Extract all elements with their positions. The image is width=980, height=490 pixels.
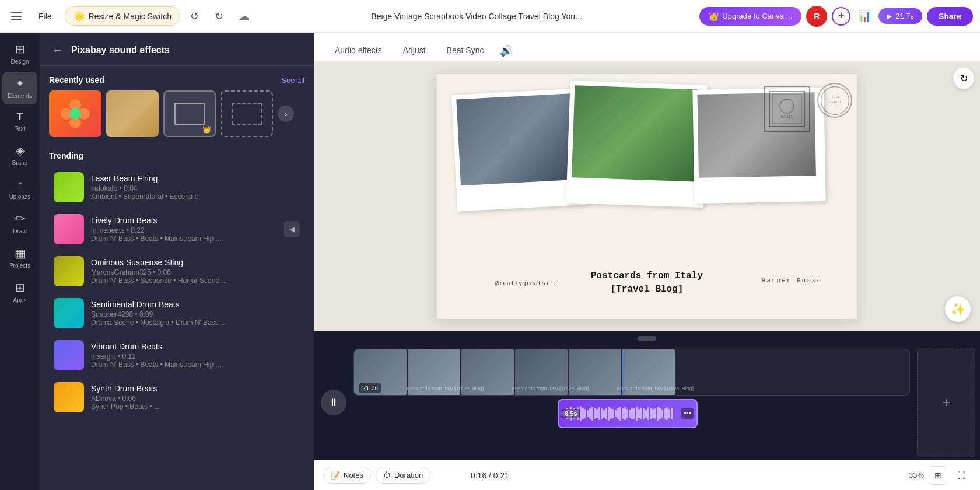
panel-back-button[interactable]: ← (49, 42, 65, 58)
thumbnail-dashed[interactable] (220, 90, 273, 137)
magic-assistant-button[interactable]: ✨ (945, 296, 971, 322)
canvas-title-line1: Postcards from Italy (591, 270, 703, 282)
add-collaborator-button[interactable]: + (832, 7, 850, 26)
volume-icon[interactable]: 🔊 (500, 44, 513, 57)
sound-item-vibrant[interactable]: Vibrant Drum Beats msergiu • 0:12 Drum N… (49, 334, 304, 376)
sound-meta: ADnova • 0:06 (91, 394, 300, 402)
sound-effects-panel: ← Pixabay sound effects Recently used Se… (40, 33, 314, 490)
user-avatar-button[interactable]: R (806, 6, 827, 27)
sound-item-ominous[interactable]: Ominous Suspense Sting MarcusGraham325 •… (49, 250, 304, 292)
time-display: 0:16 / 0:21 (471, 471, 509, 480)
track-label-3: Postcards from Italy [Travel Blog] (617, 386, 694, 391)
video-track[interactable]: 21.7s Postcards from Italy [Travel Blog]… (354, 349, 910, 396)
audio-more-button[interactable]: ••• (681, 408, 694, 419)
view-toggle-button[interactable]: ⊞ (929, 466, 947, 485)
thumbnail-texture[interactable] (106, 90, 159, 137)
play-time-button[interactable]: ▶ 21.7s (878, 8, 922, 24)
menu-icon[interactable] (7, 7, 26, 26)
upgrade-button[interactable]: 👑 Upgrade to Canva ... (699, 7, 802, 26)
recently-used-section: Recently used See all (40, 66, 314, 146)
svg-point-4 (69, 108, 81, 120)
notes-label: Notes (344, 471, 363, 480)
undo-button[interactable]: ↺ (185, 6, 205, 26)
zoom-controls: 33% (909, 471, 924, 480)
redo-button[interactable]: ↻ (209, 6, 229, 26)
tab-adjust[interactable]: Adjust (394, 40, 435, 62)
canvas-content: ↻ (314, 62, 980, 331)
sound-tags: Ambient • Supernatural • Eccentric (91, 192, 300, 201)
svg-point-7 (780, 99, 794, 113)
thumbnail-rect[interactable]: 👑 (163, 90, 216, 137)
sound-tags: Drum N' Bass • Beats • Mainstream Hip ..… (91, 360, 300, 369)
resize-magic-label: Resize & Magic Switch (89, 12, 172, 21)
duration-icon: ⏱ (383, 471, 391, 480)
elements-icon: ✦ (15, 76, 25, 90)
play-icon: ▶ (887, 12, 892, 20)
timeline-collapse-bar[interactable] (314, 331, 980, 345)
sidebar-item-label: Apps (13, 297, 27, 303)
sound-thumbnail-synth (54, 382, 84, 412)
sound-info-ominous: Ominous Suspense Sting MarcusGraham325 •… (91, 258, 300, 285)
add-scene-button[interactable]: + (917, 348, 975, 457)
trending-section: Trending Laser Beam Firing kafokafo • 0:… (40, 146, 314, 490)
sound-name: Laser Beam Firing (91, 174, 300, 183)
sidebar-item-design[interactable]: ⊞ Design (2, 37, 37, 69)
bottom-right: 33% ⊞ ⛶ (909, 466, 971, 485)
play-pause-button[interactable]: ⏸ (321, 390, 346, 415)
apps-icon: ⊞ (15, 281, 25, 295)
sidebar-item-projects[interactable]: ▦ Projects (2, 242, 37, 274)
sound-info-laser: Laser Beam Firing kafokafo • 0:04 Ambien… (91, 174, 300, 201)
top-bar: File 🌟 Resize & Magic Switch ↺ ↻ ☁ Beige… (0, 0, 980, 33)
hide-panel-button[interactable]: ◀ (284, 221, 300, 237)
sound-name: Ominous Suspense Sting (91, 258, 300, 267)
brand-icon: ◈ (16, 144, 24, 158)
add-scene-plus-icon: + (942, 394, 950, 411)
sidebar-item-text[interactable]: T Text (2, 106, 37, 136)
canvas-author: Harper Russo (762, 277, 822, 284)
svg-text:TRAVEL: TRAVEL (828, 100, 842, 104)
notes-button[interactable]: 📝 Notes (323, 467, 371, 484)
thumbnail-flower[interactable] (49, 90, 102, 137)
analytics-icon[interactable]: 📊 (855, 7, 874, 26)
sound-item-synth[interactable]: Synth Drum Beats ADnova • 0:06 Synth Pop… (49, 376, 304, 418)
sound-item-lively[interactable]: Lively Drum Beats inlinebeats • 0:22 Dru… (49, 208, 304, 250)
sidebar-item-elements[interactable]: ✦ Elements (2, 72, 37, 104)
icon-sidebar: ⊞ Design ✦ Elements T Text ◈ Brand ↑ Upl… (0, 33, 40, 490)
sidebar-item-brand[interactable]: ◈ Brand (2, 139, 37, 171)
see-all-button[interactable]: See all (281, 76, 304, 85)
document-title: Beige Vintage Scrapbook Video Collage Tr… (258, 12, 695, 21)
sound-meta: kafokafo • 0:04 (91, 184, 300, 192)
thumbnails-row: 👑 › (49, 90, 304, 142)
audio-duration-badge: 8.5s (561, 409, 580, 418)
tab-audio-effects[interactable]: Audio effects (326, 40, 391, 62)
sound-item-laser[interactable]: Laser Beam Firing kafokafo • 0:04 Ambien… (49, 166, 304, 208)
fullscreen-button[interactable]: ⛶ (952, 466, 971, 485)
share-button[interactable]: Share (927, 7, 973, 26)
thumbnails-next-button[interactable]: › (278, 106, 294, 122)
sound-meta: MarcusGraham325 • 0:06 (91, 268, 300, 276)
refresh-button[interactable]: ↻ (953, 68, 974, 89)
sidebar-item-apps[interactable]: ⊞ Apps (2, 276, 37, 308)
sound-item-sentimental[interactable]: Sentimental Drum Beats Snapper4298 • 0:0… (49, 292, 304, 334)
audio-track[interactable]: 8.5s ••• (558, 399, 698, 428)
sidebar-item-uploads[interactable]: ↑ Uploads (2, 173, 37, 205)
polaroid-1 (452, 88, 586, 211)
canvas-title: Postcards from Italy [Travel Blog] (591, 270, 703, 296)
tab-beat-sync[interactable]: Beat Sync (438, 40, 494, 62)
sound-tags: Synth Pop • Beats • ... (91, 402, 300, 411)
sidebar-item-draw[interactable]: ✏ Draw (2, 207, 37, 239)
canvas-title-line2: [Travel Blog] (591, 283, 703, 296)
resize-magic-emoji: 🌟 (74, 10, 85, 22)
sidebar-item-label: Draw (13, 228, 26, 235)
sound-meta: msergiu • 0:12 (91, 352, 300, 360)
svg-text:ROMA: ROMA (780, 114, 793, 119)
duration-button[interactable]: ⏱ Duration (376, 467, 430, 484)
sidebar-item-label: Design (10, 58, 29, 65)
stamp-illustration: ROMA (764, 86, 810, 132)
sound-thumbnail-laser (54, 172, 84, 202)
resize-magic-switch-button[interactable]: 🌟 Resize & Magic Switch (65, 6, 180, 26)
timeline-controls: ⏸ (314, 345, 354, 460)
panel-title: Pixabay sound effects (71, 45, 170, 55)
bottom-left: 📝 Notes ⏱ Duration (323, 467, 430, 484)
file-menu-button[interactable]: File (30, 8, 60, 24)
